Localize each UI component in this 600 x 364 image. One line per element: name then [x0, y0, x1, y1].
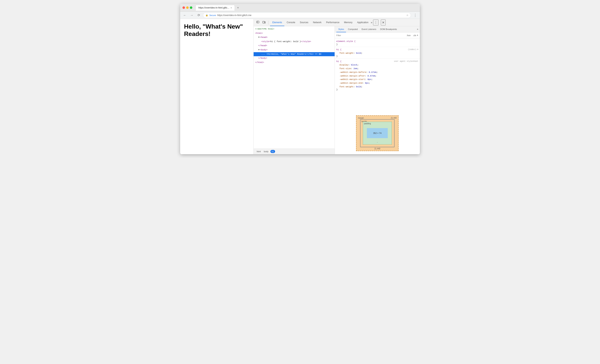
- hov-filter-button[interactable]: :hov: [406, 34, 411, 37]
- dom-line-html-close[interactable]: </html>: [253, 61, 335, 65]
- breadcrumb-h1[interactable]: h1: [271, 150, 275, 153]
- new-tab-button[interactable]: +: [236, 5, 240, 10]
- html-tag: <html>: [255, 32, 263, 34]
- devtools-more-tabs[interactable]: »: [371, 21, 372, 24]
- dom-line-h1[interactable]: ... <h1>Hello, "What's New" Readers!</h1…: [253, 52, 335, 56]
- body-arrow[interactable]: ▼: [258, 49, 260, 51]
- traffic-lights: [182, 6, 192, 9]
- padding-dash-bottom: -: [377, 141, 378, 143]
- styles-filter-input[interactable]: [336, 34, 406, 36]
- filter-actions: :hov .cls: [406, 34, 417, 37]
- url-secure-label: Secure: [209, 14, 216, 16]
- browser-menu-button[interactable]: ⋮: [412, 13, 418, 18]
- style-tag-open: <style>: [261, 40, 270, 43]
- tab-memory[interactable]: Memory: [342, 19, 355, 26]
- elements-panel: <!DOCTYPE html> <html> ▼<head> <style>h1…: [253, 26, 335, 65]
- elements-panel-wrapper: <!DOCTYPE html> <html> ▼<head> <style>h1…: [253, 26, 335, 154]
- breadcrumb-body[interactable]: body: [263, 150, 270, 153]
- inspector-icon[interactable]: [255, 20, 261, 25]
- maximize-traffic-light[interactable]: [190, 6, 192, 9]
- css-prop-margin-end[interactable]: -webkit-margin-end: 0px;: [336, 81, 418, 85]
- devtools-panel: Elements Console Sources Network Perform…: [253, 19, 420, 154]
- add-style-rule-button[interactable]: +: [417, 34, 418, 37]
- subtab-event-listeners[interactable]: Event Listeners: [360, 26, 378, 32]
- h1-tag-close: </h1>: [307, 53, 314, 55]
- breadcrumb-html[interactable]: html: [255, 150, 262, 153]
- forward-button[interactable]: →: [189, 13, 195, 18]
- css-source-ua: user agent stylesheet: [394, 60, 418, 63]
- browser-tab[interactable]: https://overrides-in-html.glitc... ✕: [196, 5, 235, 11]
- svg-rect-3: [265, 22, 265, 23]
- minimize-traffic-light[interactable]: [186, 6, 189, 9]
- margin-value-bottom: 21.440: [375, 148, 380, 150]
- tab-close-icon[interactable]: ✕: [230, 7, 232, 9]
- url-bar[interactable]: 🔒 Secure https://overrides-in-html.glitc…: [203, 13, 411, 18]
- styles-more-tabs[interactable]: »: [417, 28, 418, 31]
- svg-rect-0: [257, 21, 259, 23]
- dom-breadcrumb: html body h1: [253, 149, 335, 154]
- toolbar-separator: [268, 21, 269, 25]
- devtools-toolbar: Elements Console Sources Network Perform…: [253, 19, 420, 26]
- head-arrow[interactable]: ▼: [258, 36, 260, 38]
- css-prop-margin-start[interactable]: -webkit-margin-start: 0px;: [336, 78, 418, 81]
- styles-sub-tabs: Styles Computed Event Listeners DOM Brea…: [335, 26, 420, 32]
- css-source-index: (index):4: [408, 48, 418, 51]
- dom-line-body[interactable]: ▼<body>: [253, 48, 335, 52]
- css-prop-display[interactable]: display: block;: [336, 63, 418, 67]
- tab-application[interactable]: Application: [355, 19, 371, 26]
- tab-performance[interactable]: Performance: [324, 19, 342, 26]
- subtab-styles[interactable]: Styles: [336, 26, 346, 32]
- tab-elements[interactable]: Elements: [270, 19, 284, 26]
- css-prop-font-weight-ua[interactable]: font-weight: bold;: [336, 85, 418, 89]
- margin-label: margin: [358, 117, 364, 119]
- tab-bar: https://overrides-in-html.glitc... ✕ +: [196, 5, 418, 11]
- cls-filter-button[interactable]: .cls: [412, 34, 417, 37]
- tab-sources[interactable]: Sources: [298, 19, 311, 26]
- html-close-tag: </html>: [255, 61, 264, 64]
- padding-label: padding: [364, 122, 371, 125]
- subtab-computed[interactable]: Computed: [346, 26, 360, 32]
- devtools-tabs: Elements Console Sources Network Perform…: [270, 19, 372, 26]
- css-rule-h1-ua: h1 { user agent stylesheet display: bloc…: [335, 59, 420, 91]
- css-rule-h1-custom: h1 { (index):4 font-weight: bold; }: [335, 47, 420, 58]
- h1-ellipsis: ...: [261, 53, 266, 55]
- dom-line-head-close[interactable]: </head>: [253, 44, 335, 48]
- head-close-tag: </head>: [258, 45, 267, 47]
- svg-rect-2: [263, 21, 264, 23]
- close-traffic-light[interactable]: [182, 6, 185, 9]
- tab-network[interactable]: Network: [311, 19, 324, 26]
- css-prop-font-size[interactable]: font-size: 2em;: [336, 67, 418, 71]
- tab-console[interactable]: Console: [284, 19, 298, 26]
- styles-panel: Styles Computed Event Listeners DOM Brea…: [335, 26, 420, 154]
- body-tag: <body>: [260, 49, 268, 51]
- devtools-close-button[interactable]: ✕: [381, 19, 386, 26]
- dom-line-doctype[interactable]: <!DOCTYPE html>: [253, 27, 335, 31]
- css-selector-h1: h1 { (index):4: [336, 48, 418, 52]
- url-text: https://overrides-in-html.glitch.me: [217, 14, 252, 17]
- dom-line-body-close[interactable]: </body>: [253, 56, 335, 61]
- css-selector-element-style: element.style {: [336, 40, 418, 43]
- body-close-tag: </body>: [258, 57, 267, 59]
- reload-button[interactable]: ⟳: [196, 13, 201, 18]
- style-content: h1 { font-weight: bold }: [270, 40, 301, 43]
- device-toolbar-icon[interactable]: [261, 20, 267, 25]
- css-selector-h1-ua: h1 { user agent stylesheet: [336, 60, 418, 63]
- dom-line-html[interactable]: <html>: [253, 31, 335, 36]
- page-heading: Hello, "What's New" Readers!: [184, 23, 250, 38]
- css-rules: element.style { } h1 { (index):4 font-: [335, 38, 420, 112]
- subtab-dom-breakpoints[interactable]: DOM Breakpoints: [378, 26, 399, 32]
- dom-line-style[interactable]: <style>h1 { font-weight: bold }</style>: [253, 40, 335, 44]
- dom-line-head[interactable]: ▼<head>: [253, 35, 335, 40]
- css-prop-margin-after[interactable]: -webkit-margin-after: 0.67em;: [336, 74, 418, 78]
- devtools-kebab-menu[interactable]: ⋮: [373, 19, 378, 26]
- back-button[interactable]: ←: [182, 13, 188, 18]
- browser-content: Hello, "What's New" Readers!: [180, 19, 420, 154]
- css-prop-font-weight-custom[interactable]: font-weight: bold;: [336, 51, 418, 55]
- secure-icon: 🔒: [206, 14, 208, 16]
- styles-filter-bar: :hov .cls +: [335, 32, 420, 38]
- page-viewport: Hello, "What's New" Readers!: [180, 19, 253, 154]
- css-prop-margin-before[interactable]: -webkit-margin-before: 0.67em;: [336, 71, 418, 74]
- address-bar: ← → ⟳ 🔒 Secure https://overrides-in-html…: [180, 12, 420, 19]
- tab-title: https://overrides-in-html.glitc...: [198, 6, 229, 9]
- bookmark-icon[interactable]: ☆: [406, 14, 408, 17]
